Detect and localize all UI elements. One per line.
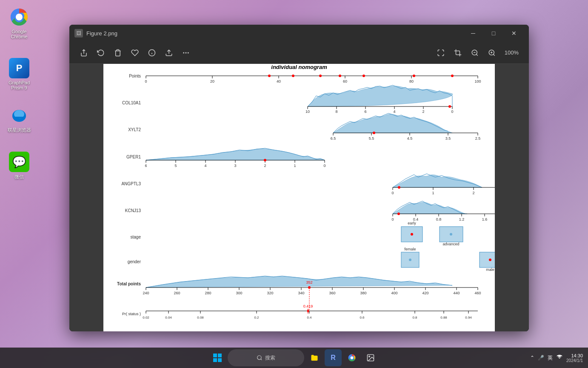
svg-point-38 (451, 75, 454, 77)
svg-text:0.8: 0.8 (436, 217, 442, 221)
nomogram-figure: individual nomogram Points 0 20 40 60 80… (103, 64, 495, 331)
svg-text:6.5: 6.5 (331, 136, 336, 141)
svg-text:8: 8 (335, 109, 337, 114)
titlebar: 🖼 Figure 2.png ─ □ ✕ (69, 25, 529, 42)
zoom-level: 100% (501, 49, 522, 56)
svg-text:0.8: 0.8 (412, 316, 417, 319)
svg-text:Points: Points (129, 74, 141, 78)
svg-text:60: 60 (343, 79, 347, 83)
file-manager-button[interactable] (306, 349, 323, 366)
crop-icon[interactable] (450, 45, 465, 60)
zoom-in-icon[interactable] (484, 45, 500, 60)
start-button[interactable] (209, 349, 226, 366)
delete-icon[interactable] (110, 45, 126, 60)
zoom-out-icon[interactable] (467, 45, 482, 60)
svg-text:female: female (404, 247, 416, 251)
svg-text:4: 4 (393, 109, 395, 114)
svg-text:0: 0 (451, 109, 453, 114)
language-indicator[interactable]: 英 (548, 354, 553, 362)
info-icon[interactable] (144, 45, 160, 60)
svg-text:1: 1 (294, 164, 296, 168)
svg-text:0: 0 (391, 191, 394, 195)
svg-line-11 (476, 54, 477, 55)
tray-mic[interactable]: 🎤 (538, 355, 544, 361)
graphpad-label: GraphPad Prism 9 (5, 80, 34, 90)
svg-point-32 (268, 75, 271, 77)
svg-point-127 (489, 259, 491, 261)
heart-icon[interactable] (127, 45, 143, 60)
svg-text:80: 80 (409, 79, 414, 83)
svg-text:0.6: 0.6 (360, 316, 365, 319)
svg-text:340: 340 (298, 291, 304, 295)
desktop-icon-graphpad[interactable]: P GraphPad Prism 9 (2, 55, 36, 93)
image-viewer-window: 🖼 Figure 2.png ─ □ ✕ (69, 25, 529, 331)
svg-text:0.08: 0.08 (197, 316, 204, 319)
wechat-label: 微信 (14, 174, 24, 180)
svg-text:40: 40 (277, 79, 281, 83)
svg-text:2.5: 2.5 (475, 136, 481, 141)
image-content-area: individual nomogram Points 0 20 40 60 80… (69, 64, 529, 331)
svg-point-8 (186, 52, 187, 53)
svg-rect-181 (218, 354, 222, 357)
close-button[interactable]: ✕ (504, 26, 524, 40)
svg-text:20: 20 (210, 79, 214, 83)
export-icon[interactable] (161, 45, 177, 60)
svg-text:0: 0 (391, 217, 394, 221)
svg-text:320: 320 (267, 291, 273, 295)
svg-text:5: 5 (174, 164, 177, 168)
svg-point-189 (369, 356, 370, 357)
svg-text:300: 300 (236, 291, 242, 295)
svg-text:individual nomogram: individual nomogram (271, 64, 327, 70)
svg-point-9 (188, 52, 189, 53)
svg-text:0.02: 0.02 (143, 316, 149, 319)
svg-text:COL10A1: COL10A1 (122, 101, 141, 105)
minimize-button[interactable]: ─ (463, 26, 483, 40)
svg-text:KCNJ13: KCNJ13 (125, 208, 141, 213)
svg-text:6: 6 (145, 164, 147, 168)
window-controls: ─ □ ✕ (463, 26, 524, 40)
svg-text:280: 280 (205, 291, 211, 295)
svg-point-53 (448, 105, 451, 108)
svg-point-33 (292, 75, 294, 77)
gallery-button[interactable] (362, 349, 379, 366)
svg-text:4.5: 4.5 (407, 136, 413, 141)
chrome-button[interactable] (343, 349, 360, 366)
svg-point-1 (16, 14, 23, 20)
svg-text:3.5: 3.5 (445, 136, 451, 141)
tray-chevron[interactable]: ⌃ (530, 355, 534, 361)
chrome-label: Google Chrome (5, 29, 34, 39)
rotate-icon[interactable] (93, 45, 108, 60)
svg-point-120 (450, 233, 452, 236)
svg-point-124 (409, 259, 411, 261)
wifi-icon[interactable] (556, 354, 563, 362)
svg-text:352: 352 (306, 280, 312, 285)
svg-text:0.4: 0.4 (307, 316, 312, 319)
svg-point-83 (264, 159, 266, 161)
svg-point-34 (319, 75, 322, 77)
svg-text:advanced: advanced (442, 242, 459, 246)
desktop-icon-chrome[interactable]: Google Chrome (2, 4, 36, 42)
svg-text:460: 460 (474, 291, 481, 295)
maximize-button[interactable]: □ (484, 26, 503, 40)
svg-point-179 (307, 310, 309, 312)
more-icon[interactable] (178, 45, 194, 60)
r-button[interactable]: R (325, 349, 342, 366)
desktop-icon-wechat[interactable]: 💬 微信 (2, 149, 36, 183)
share-icon[interactable] (76, 45, 91, 60)
svg-text:420: 420 (422, 291, 428, 295)
svg-text:100: 100 (474, 79, 481, 83)
fullscreen-icon[interactable] (433, 45, 448, 60)
svg-text:0: 0 (323, 164, 325, 168)
svg-text:Pr( status ): Pr( status ) (122, 312, 141, 316)
search-bar[interactable]: 搜索 (228, 349, 304, 366)
svg-rect-182 (213, 358, 217, 362)
svg-text:260: 260 (174, 291, 180, 295)
svg-text:2: 2 (422, 109, 424, 114)
clock: 14:30 2024/1/1 (566, 353, 583, 363)
svg-point-117 (411, 233, 413, 236)
svg-point-37 (413, 75, 415, 77)
svg-text:XYLT2: XYLT2 (128, 127, 141, 132)
svg-text:gender: gender (128, 259, 141, 264)
svg-text:10: 10 (305, 109, 310, 114)
desktop-icon-edge[interactable]: 联星浏览器 (2, 102, 36, 136)
